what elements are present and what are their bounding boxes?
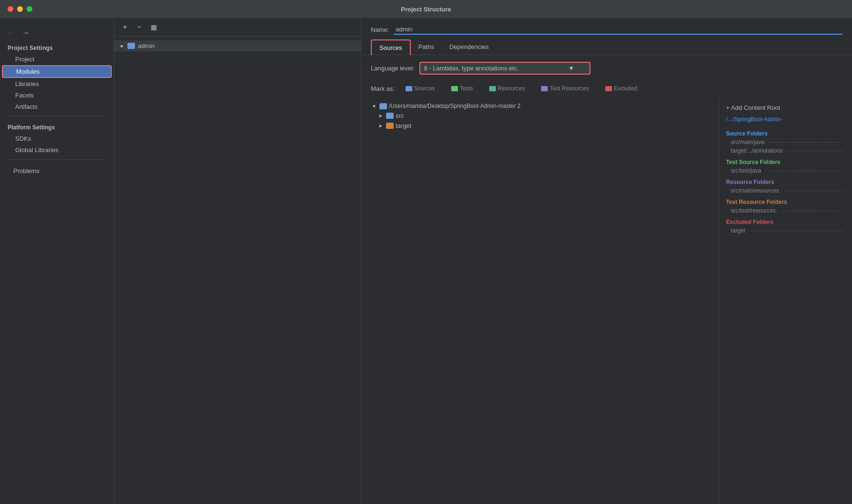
excluded-entry-0: target bbox=[719, 226, 852, 235]
test-source-entry-0: src/test/java bbox=[719, 166, 852, 175]
source-entry-1: target/.../annotations bbox=[719, 146, 852, 155]
add-module-button[interactable]: + bbox=[120, 22, 130, 32]
root-path-label: /Users/mamba/Desktop/SpringBoot-Admin-ma… bbox=[389, 103, 521, 109]
target-arrow: ► bbox=[378, 123, 384, 128]
back-arrow[interactable]: ← bbox=[8, 29, 15, 37]
module-list: ► admin bbox=[114, 37, 361, 504]
excluded-folders-title: Excluded Folders bbox=[719, 215, 852, 226]
name-label: Name: bbox=[371, 26, 389, 33]
test-resource-entry-0: src/test/resources. bbox=[719, 206, 852, 215]
copy-module-button[interactable]: ▦ bbox=[148, 22, 159, 32]
tab-paths[interactable]: Paths bbox=[411, 39, 442, 55]
sidebar: ← → Project Settings Project Modules Lib… bbox=[0, 18, 114, 504]
maximize-button[interactable] bbox=[27, 6, 32, 12]
target-label: target bbox=[396, 122, 411, 129]
sidebar-item-sdks[interactable]: SDKs bbox=[2, 133, 112, 144]
tab-sources[interactable]: Sources bbox=[371, 39, 411, 55]
root-collapse-arrow: ▼ bbox=[371, 104, 378, 109]
middle-panel: + − ▦ ► admin bbox=[114, 18, 361, 504]
markas-resources-button[interactable]: Resources bbox=[484, 83, 530, 94]
src-arrow: ► bbox=[378, 113, 384, 118]
source-entry-0: src/main/java bbox=[719, 138, 852, 146]
minimize-button[interactable] bbox=[17, 6, 23, 12]
content-root-path: /.../SpringBoot-Admin- bbox=[719, 114, 852, 126]
traffic-lights bbox=[8, 6, 32, 12]
nav-arrows: ← → bbox=[0, 24, 114, 42]
test-resources-folder-icon bbox=[541, 86, 548, 91]
middle-toolbar: + − ▦ bbox=[114, 18, 361, 37]
main-layout: ← → Project Settings Project Modules Lib… bbox=[0, 18, 852, 504]
sidebar-item-libraries[interactable]: Libraries bbox=[2, 78, 112, 89]
sidebar-item-problems[interactable]: Problems bbox=[0, 164, 114, 176]
name-input[interactable] bbox=[394, 25, 842, 35]
tree-root-item[interactable]: ▼ /Users/mamba/Desktop/SpringBoot-Admin-… bbox=[361, 101, 719, 111]
tree-target-item[interactable]: ► target bbox=[361, 121, 719, 131]
tree-src-item[interactable]: ► src bbox=[361, 111, 719, 121]
target-folder-icon bbox=[386, 123, 394, 129]
sidebar-item-artifacts[interactable]: Artifacts bbox=[2, 101, 112, 112]
resource-folders-title: Resource Folders bbox=[719, 175, 852, 186]
sidebar-item-facets[interactable]: Facets bbox=[2, 90, 112, 101]
language-level-dropdown[interactable]: 8 - Lambdas, type annotations etc. ▼ bbox=[419, 62, 591, 75]
resource-entry-0: src/main/resources. bbox=[719, 186, 852, 195]
markas-test-resources-button[interactable]: Test Resources bbox=[536, 83, 594, 94]
root-folder-icon bbox=[379, 103, 387, 109]
test-source-folders-title: Test Source Folders bbox=[719, 155, 852, 166]
markas-tests-button[interactable]: Tests bbox=[446, 83, 478, 94]
add-content-root-button[interactable]: + Add Content Root bbox=[719, 101, 852, 114]
file-tree: ▼ /Users/mamba/Desktop/SpringBoot-Admin-… bbox=[361, 97, 719, 504]
sidebar-divider-2 bbox=[8, 159, 106, 160]
name-row: Name: bbox=[361, 18, 852, 39]
forward-arrow[interactable]: → bbox=[22, 29, 29, 37]
markas-label: Mark as: bbox=[371, 85, 395, 92]
right-info-panel: + Add Content Root /.../SpringBoot-Admin… bbox=[719, 97, 852, 504]
sidebar-item-modules[interactable]: Modules bbox=[2, 65, 112, 78]
titlebar: Project Structure bbox=[0, 0, 852, 18]
module-arrow-icon: ► bbox=[120, 43, 125, 48]
language-level-row: Language level: 8 - Lambdas, type annota… bbox=[361, 55, 852, 79]
resources-folder-icon bbox=[489, 86, 496, 91]
sidebar-item-project[interactable]: Project bbox=[2, 54, 112, 65]
markas-sources-button[interactable]: Sources bbox=[400, 83, 440, 94]
source-folders-title: Source Folders bbox=[719, 126, 852, 138]
tests-folder-icon bbox=[451, 86, 458, 91]
module-label: admin bbox=[138, 42, 155, 49]
sidebar-item-global-libraries[interactable]: Global Libraries bbox=[2, 145, 112, 155]
window-title: Project Structure bbox=[401, 6, 451, 13]
markas-row: Mark as: Sources Tests Resources Test Re… bbox=[361, 79, 852, 97]
close-button[interactable] bbox=[8, 6, 13, 12]
markas-excluded-button[interactable]: Excluded bbox=[600, 83, 642, 94]
test-resource-folders-title: Test Resource Folders bbox=[719, 195, 852, 206]
tab-dependencies[interactable]: Dependencies bbox=[442, 39, 496, 55]
platform-settings-title: Platform Settings bbox=[0, 120, 114, 133]
remove-module-button[interactable]: − bbox=[134, 22, 145, 32]
dropdown-chevron-icon: ▼ bbox=[568, 65, 574, 72]
content-split: ▼ /Users/mamba/Desktop/SpringBoot-Admin-… bbox=[361, 97, 852, 504]
language-level-label: Language level: bbox=[371, 65, 415, 72]
excluded-folder-icon bbox=[605, 86, 612, 91]
src-label: src bbox=[396, 112, 404, 119]
src-folder-icon bbox=[386, 113, 394, 119]
module-folder-icon bbox=[127, 43, 135, 49]
project-settings-title: Project Settings bbox=[0, 42, 114, 53]
sidebar-divider bbox=[8, 116, 106, 116]
right-panel: Name: Sources Paths Dependencies Languag… bbox=[361, 18, 852, 504]
tabs-row: Sources Paths Dependencies bbox=[361, 39, 852, 55]
module-item-admin[interactable]: ► admin bbox=[114, 40, 361, 51]
sources-folder-icon bbox=[406, 86, 412, 91]
